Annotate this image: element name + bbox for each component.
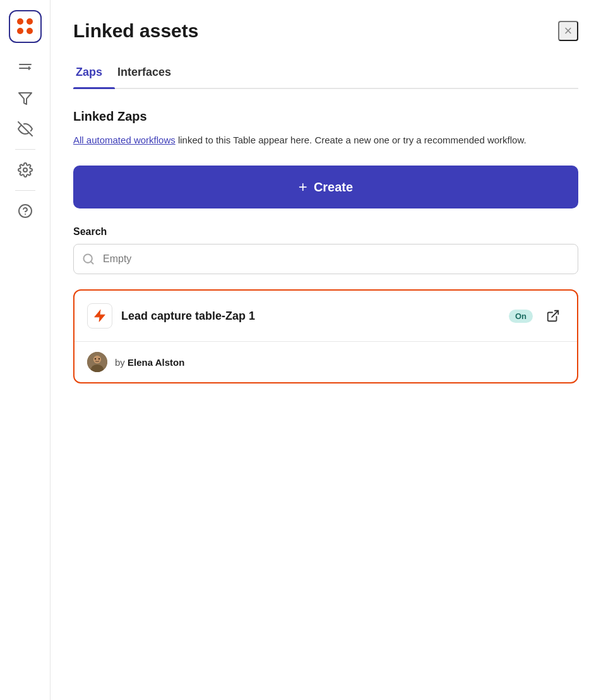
description-link[interactable]: All automated workflows bbox=[73, 135, 176, 145]
section-title: Linked Zaps bbox=[73, 109, 578, 124]
author-text: by Elena Alston bbox=[115, 357, 184, 368]
svg-point-17 bbox=[95, 358, 96, 359]
app-logo[interactable] bbox=[9, 10, 42, 43]
avatar-image bbox=[87, 352, 107, 372]
svg-line-12 bbox=[552, 311, 558, 317]
sidebar-divider bbox=[15, 149, 35, 150]
tab-interfaces[interactable]: Interfaces bbox=[115, 59, 184, 88]
linked-assets-panel: Linked assets × Zaps Interfaces Linked Z… bbox=[51, 0, 601, 700]
sidebar bbox=[0, 0, 51, 700]
zap-card-bottom: by Elena Alston bbox=[74, 342, 577, 382]
sidebar-divider-2 bbox=[15, 190, 35, 191]
hide-icon[interactable] bbox=[13, 116, 38, 142]
settings-icon[interactable] bbox=[13, 157, 38, 183]
external-link-button[interactable] bbox=[542, 305, 564, 327]
search-icon bbox=[82, 253, 95, 265]
tabs-container: Zaps Interfaces bbox=[73, 59, 578, 89]
logo-dot-3 bbox=[17, 28, 23, 34]
zap-status-badge: On bbox=[509, 310, 533, 323]
create-plus-icon: + bbox=[299, 178, 307, 196]
tab-zaps[interactable]: Zaps bbox=[73, 59, 115, 88]
description-text: All automated workflows linked to this T… bbox=[73, 133, 578, 148]
close-button[interactable]: × bbox=[558, 21, 578, 41]
zap-icon bbox=[87, 303, 112, 329]
logo-grid bbox=[17, 18, 33, 35]
svg-line-10 bbox=[91, 262, 93, 264]
help-icon[interactable] bbox=[13, 198, 38, 224]
logo-dot-1 bbox=[17, 18, 23, 25]
zap-card: Lead capture table-Zap 1 On bbox=[73, 289, 578, 383]
svg-marker-11 bbox=[95, 310, 105, 322]
zap-card-top: Lead capture table-Zap 1 On bbox=[74, 291, 577, 342]
filter-icon[interactable] bbox=[13, 86, 38, 111]
search-wrapper bbox=[73, 244, 578, 274]
create-button[interactable]: + Create bbox=[73, 166, 578, 208]
avatar bbox=[87, 352, 107, 372]
panel-title: Linked assets bbox=[73, 20, 198, 42]
svg-marker-4 bbox=[19, 93, 32, 104]
svg-point-6 bbox=[23, 168, 27, 172]
add-filter-icon[interactable] bbox=[13, 56, 38, 81]
create-label: Create bbox=[314, 180, 353, 195]
search-input[interactable] bbox=[73, 244, 578, 274]
zap-name: Lead capture table-Zap 1 bbox=[121, 310, 494, 323]
search-label: Search bbox=[73, 226, 578, 238]
logo-dot-4 bbox=[27, 28, 33, 34]
logo-dot-2 bbox=[27, 18, 33, 25]
author-name: Elena Alston bbox=[128, 357, 184, 368]
panel-header: Linked assets × bbox=[73, 20, 578, 42]
svg-point-18 bbox=[98, 358, 100, 359]
